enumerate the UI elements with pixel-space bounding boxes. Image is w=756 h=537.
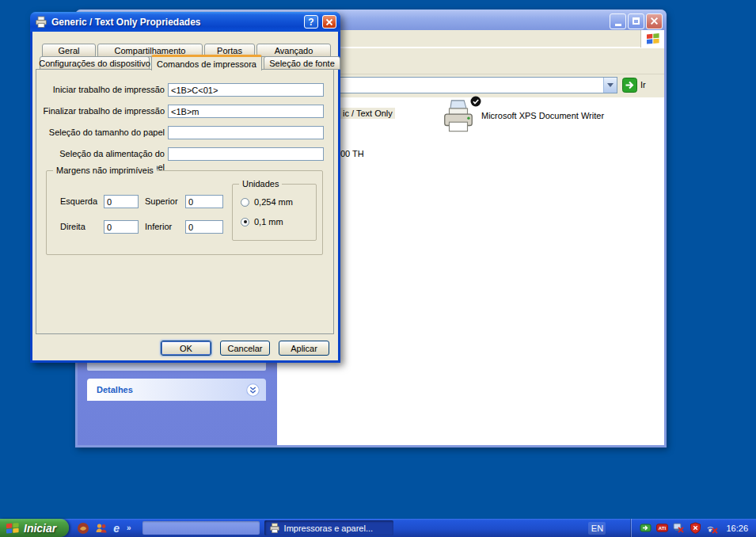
windows-flag-icon <box>6 522 20 535</box>
tab-configuracoes-dispositivo[interactable]: Configurações do dispositivo <box>40 56 150 70</box>
radio-checked-icon[interactable] <box>241 218 249 227</box>
dialog-buttons: OK Cancelar Aplicar <box>161 341 329 356</box>
end-job-input[interactable] <box>168 105 324 118</box>
help-button[interactable]: ? <box>304 15 318 29</box>
taskbar-button-printers[interactable]: Impressoras e aparel... <box>264 520 393 535</box>
dialog-body: Geral Compartilhamento Portas Avançado C… <box>32 32 338 360</box>
quick-launch-bar: e » <box>69 522 135 535</box>
windows-logo-icon <box>640 30 664 48</box>
paper-feed-input[interactable] <box>168 147 324 161</box>
bottom-margin-input[interactable] <box>185 220 223 234</box>
tab-geral[interactable]: Geral <box>42 44 96 57</box>
start-button-label: Iniciar <box>24 522 56 535</box>
start-job-input[interactable] <box>168 83 324 97</box>
ati-label: ATI <box>659 525 667 531</box>
quick-launch-overflow-chevron[interactable]: » <box>127 524 131 532</box>
task-panel-bottom <box>87 363 266 371</box>
default-printer-check-icon <box>470 96 481 107</box>
selected-printer-label[interactable]: ic / Text Only <box>340 108 395 119</box>
tray-wireless-disconnected-icon[interactable] <box>706 522 718 534</box>
cancel-button[interactable]: Cancelar <box>220 341 270 356</box>
paper-feed-label: Seleção da alimentação do papel <box>36 147 165 161</box>
top-margin-input[interactable] <box>185 195 223 208</box>
quick-launch-ie-icon[interactable]: e <box>113 522 120 535</box>
right-margin-label: Direita <box>60 220 85 234</box>
go-button[interactable] <box>622 78 637 93</box>
tray-separator <box>631 519 632 537</box>
printer-icon <box>269 523 280 534</box>
minimize-button[interactable] <box>610 13 626 29</box>
start-button[interactable]: Iniciar <box>0 519 69 537</box>
details-panel-title: Detalhes <box>97 385 246 394</box>
unit-radio-01-label: 0,1 mm <box>254 217 283 227</box>
details-panel-header[interactable]: Detalhes <box>87 379 266 401</box>
tab-selecao-fonte[interactable]: Seleção de fonte <box>264 56 340 70</box>
tray-removable-device-icon[interactable] <box>640 522 652 534</box>
tab-avancado[interactable]: Avançado <box>256 44 331 57</box>
printer-commands-tab-page: Iniciar trabalho de impressão Finalizar … <box>36 69 334 334</box>
apply-button[interactable]: Aplicar <box>279 341 329 356</box>
margins-groupbox-title: Margens não imprimíveis <box>53 166 157 175</box>
radio-unchecked-icon[interactable] <box>241 198 249 207</box>
go-arrow-icon <box>622 78 637 93</box>
taskbar-clock: 16:26 <box>723 524 753 533</box>
quick-launch-app-icon[interactable] <box>77 522 89 535</box>
partial-printer-label[interactable]: 00 TH <box>340 149 364 158</box>
paper-size-label: Seleção do tamanho do papel <box>36 126 165 139</box>
right-margin-input[interactable] <box>104 220 139 234</box>
top-margin-label: Superior <box>145 195 178 208</box>
unit-radio-0254[interactable]: 0,254 mm <box>241 197 293 207</box>
xps-printer-label[interactable]: Microsoft XPS Document Writer <box>481 111 604 120</box>
units-groupbox-title: Unidades <box>239 179 282 189</box>
language-indicator[interactable]: EN <box>588 522 606 535</box>
dialog-close-button[interactable] <box>322 15 336 29</box>
taskbar: Iniciar e » Impressoras e aparel... EN A… <box>0 519 756 537</box>
bottom-margin-label: Inferior <box>145 220 172 234</box>
maximize-button[interactable] <box>628 13 644 29</box>
address-dropdown-button[interactable] <box>603 78 617 93</box>
tab-comandos-impressora[interactable]: Comandos de impressora <box>151 55 262 70</box>
dialog-titlebar: Generic / Text Only Propriedades ? <box>30 12 340 32</box>
tray-network-disconnected-icon[interactable] <box>673 522 685 534</box>
left-margin-label: Esquerda <box>60 195 97 208</box>
close-icon <box>650 17 659 25</box>
unit-radio-0254-label: 0,254 mm <box>254 197 293 207</box>
properties-dialog: Generic / Text Only Propriedades ? Geral… <box>30 12 340 363</box>
left-margin-input[interactable] <box>104 195 139 208</box>
system-tray: EN ATI 16:26 <box>588 519 756 537</box>
margins-groupbox: Margens não imprimíveis Esquerda Superio… <box>46 170 323 255</box>
ok-button[interactable]: OK <box>161 341 211 356</box>
go-label[interactable]: Ir <box>640 80 646 90</box>
quick-launch-users-icon[interactable] <box>95 522 108 535</box>
expand-chevron-icon[interactable] <box>246 383 260 397</box>
dialog-title: Generic / Text Only Propriedades <box>51 17 300 28</box>
desktop: Ir Detalhes ic / Text Only <box>0 0 756 537</box>
close-button[interactable] <box>646 13 663 29</box>
paper-size-input[interactable] <box>168 126 324 139</box>
maximize-icon <box>633 17 640 25</box>
tray-ati-icon[interactable]: ATI <box>656 522 668 534</box>
close-icon <box>325 18 333 26</box>
minimize-icon <box>615 24 621 26</box>
printer-icon <box>35 16 47 29</box>
units-groupbox: Unidades 0,254 mm 0,1 mm <box>232 184 317 241</box>
taskbar-button-label: Impressoras e aparel... <box>284 524 374 533</box>
taskbar-empty-toolbar <box>142 521 260 535</box>
unit-radio-01[interactable]: 0,1 mm <box>241 217 283 227</box>
tray-security-alert-icon[interactable] <box>690 522 701 534</box>
chevron-down-icon <box>607 83 614 87</box>
start-job-label: Iniciar trabalho de impressão <box>36 83 165 97</box>
xps-printer-item[interactable] <box>440 98 477 135</box>
end-job-label: Finalizar trabalho de impressão <box>36 105 165 118</box>
